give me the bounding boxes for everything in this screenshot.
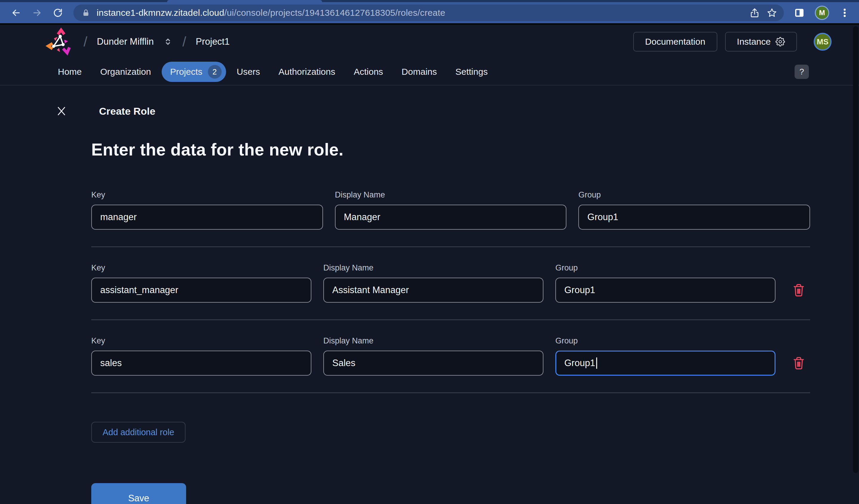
role-key-input[interactable]: assistant_manager [91, 278, 312, 303]
save-button[interactable]: Save [91, 483, 186, 504]
browser-menu-icon[interactable] [839, 7, 850, 18]
role-group-field: GroupGroup1 [555, 336, 775, 376]
delete-role-button[interactable] [787, 351, 810, 376]
main-nav: HomeOrganizationProjects2UsersAuthorizat… [0, 59, 859, 85]
side-panel-icon[interactable] [794, 7, 805, 18]
url-domain: instance1-dkmnzw.zitadel.cloud [97, 8, 224, 18]
roles-form: KeymanagerDisplay NameManagerGroupGroup1… [91, 190, 810, 504]
role-display-name-input[interactable]: Assistant Manager [323, 278, 543, 303]
group-label: Group [555, 263, 775, 272]
role-key-field: Keymanager [91, 190, 323, 230]
role-key-field: Keyassistant_manager [91, 263, 312, 303]
input-value: manager [100, 212, 137, 222]
bookmark-star-icon[interactable] [767, 7, 777, 18]
breadcrumb-org[interactable]: Dunder Mifflin [97, 36, 154, 47]
instance-button[interactable]: Instance [725, 32, 797, 51]
tab-settings[interactable]: Settings [448, 62, 495, 81]
role-display-name-field: Display NameManager [335, 190, 567, 230]
forward-icon[interactable] [32, 7, 42, 18]
group-label: Group [555, 336, 775, 346]
display-name-label: Display Name [323, 336, 543, 346]
active-browser-tab[interactable] [167, 0, 322, 2]
browser-profile-avatar[interactable]: M [815, 6, 829, 20]
role-key-field: Keysales [91, 336, 312, 376]
input-value: Group1 [564, 285, 595, 296]
input-value: Group1 [564, 358, 595, 368]
key-label: Key [91, 263, 312, 272]
role-display-name-field: Display NameAssistant Manager [323, 263, 543, 303]
input-value: sales [100, 358, 122, 368]
display-name-label: Display Name [323, 263, 543, 272]
tab-actions[interactable]: Actions [346, 62, 391, 81]
tab-label: Organization [100, 67, 151, 77]
zitadel-logo[interactable] [45, 27, 74, 56]
tab-users[interactable]: Users [229, 62, 268, 81]
key-label: Key [91, 190, 323, 200]
browser-tab-strip [0, 0, 859, 2]
role-row: Keyassistant_managerDisplay NameAssistan… [91, 263, 810, 303]
tab-authorizations[interactable]: Authorizations [271, 62, 343, 81]
app-header: / Dunder Mifflin / Project1 Documentatio… [0, 25, 859, 59]
close-button[interactable] [56, 105, 67, 117]
role-display-name-field: Display NameSales [323, 336, 543, 376]
row-divider [91, 392, 810, 393]
documentation-button[interactable]: Documentation [633, 32, 717, 51]
tab-label: Domains [402, 67, 437, 77]
trash-icon [792, 283, 805, 297]
role-display-name-input[interactable]: Sales [323, 351, 543, 376]
gear-icon [775, 37, 785, 46]
tab-label: Home [58, 67, 82, 77]
input-value: assistant_manager [100, 285, 178, 296]
tab-label: Settings [455, 67, 488, 77]
url-bar[interactable]: instance1-dkmnzw.zitadel.cloud/ui/consol… [73, 4, 784, 21]
input-value: Group1 [587, 212, 618, 222]
role-row: KeymanagerDisplay NameManagerGroupGroup1 [91, 190, 810, 230]
tab-label: Authorizations [278, 67, 335, 77]
role-group-input[interactable]: Group1 [578, 205, 810, 230]
tab-domains[interactable]: Domains [394, 62, 444, 81]
page-title: Create Role [99, 106, 155, 117]
breadcrumb-project[interactable]: Project1 [196, 36, 230, 47]
breadcrumb-separator: / [180, 34, 188, 50]
role-key-input[interactable]: sales [91, 351, 312, 376]
lock-icon [82, 9, 90, 17]
row-divider [91, 246, 810, 247]
add-additional-role-button[interactable]: Add additional role [91, 422, 185, 443]
reload-icon[interactable] [52, 7, 63, 18]
tab-organization[interactable]: Organization [92, 62, 159, 81]
form-heading: Enter the data for the new role. [91, 140, 859, 159]
tab-label: Actions [354, 67, 383, 77]
help-button[interactable]: ? [795, 65, 809, 79]
tab-projects[interactable]: Projects2 [162, 62, 226, 82]
role-display-name-input[interactable]: Manager [335, 205, 567, 230]
row-divider [91, 319, 810, 320]
group-label: Group [578, 190, 810, 200]
zitadel-console-screen: instance1-dkmnzw.zitadel.cloud/ui/consol… [0, 0, 859, 504]
trash-icon [792, 356, 805, 370]
tab-label: Projects [170, 67, 202, 77]
url-path: /ui/console/projects/194136146127618305/… [224, 8, 445, 18]
delete-role-button[interactable] [787, 278, 810, 303]
display-name-label: Display Name [335, 190, 567, 200]
text-cursor [596, 358, 597, 369]
role-row: KeysalesDisplay NameSalesGroupGroup1 [91, 336, 810, 376]
role-key-input[interactable]: manager [91, 205, 323, 230]
url-text: instance1-dkmnzw.zitadel.cloud/ui/consol… [97, 8, 743, 18]
input-value: Assistant Manager [332, 285, 409, 296]
back-icon[interactable] [11, 7, 21, 18]
tab-home[interactable]: Home [50, 62, 89, 81]
org-switcher-icon[interactable] [163, 37, 173, 46]
close-icon [56, 105, 67, 117]
browser-chrome: instance1-dkmnzw.zitadel.cloud/ui/consol… [0, 0, 859, 23]
role-group-input[interactable]: Group1 [555, 351, 775, 376]
key-label: Key [91, 336, 312, 346]
user-avatar[interactable]: MS [814, 33, 832, 51]
input-value: Sales [332, 358, 356, 368]
share-icon[interactable] [749, 7, 760, 18]
role-group-field: GroupGroup1 [578, 190, 810, 230]
role-group-input[interactable]: Group1 [555, 278, 775, 303]
role-group-field: GroupGroup1 [555, 263, 775, 303]
create-role-page: Create Role Enter the data for the new r… [0, 85, 859, 504]
scrollbar-thumb[interactable] [853, 26, 858, 473]
breadcrumb-separator: / [82, 34, 89, 50]
